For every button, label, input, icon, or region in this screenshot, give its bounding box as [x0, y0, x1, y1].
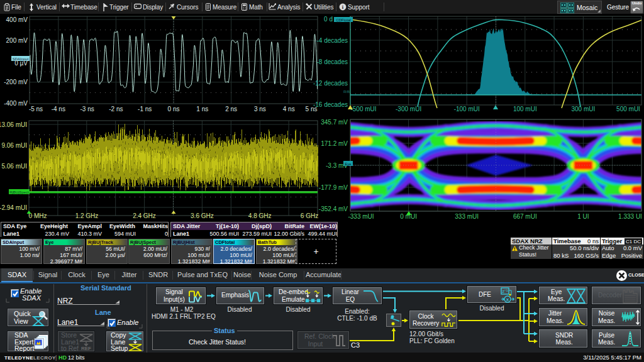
- svg-text:345.7 mV: 345.7 mV: [321, 119, 348, 126]
- svg-text:3 ns: 3 ns: [254, 106, 266, 112]
- svg-text:-352.4 mV: -352.4 mV: [319, 206, 348, 212]
- svg-text:-4 ns: -4 ns: [52, 106, 65, 112]
- svg-text:333 mUI: 333 mUI: [455, 213, 479, 220]
- svg-text:Eye: Eye: [345, 162, 352, 166]
- svg-text:-2 ns: -2 ns: [109, 106, 123, 112]
- svg-text:2.4 GHz: 2.4 GHz: [133, 212, 156, 219]
- svg-text:-8 decades: -8 decades: [317, 58, 348, 65]
- svg-text:CDFtotal: CDFtotal: [336, 18, 351, 22]
- svg-text:-500 mUI: -500 mUI: [350, 106, 376, 112]
- svg-text:1.333 UI: 1.333 UI: [618, 213, 642, 220]
- svg-text:R/B: R/B: [343, 90, 350, 94]
- svg-text:13.06 mUI: 13.06 mUI: [0, 121, 27, 128]
- svg-text:-200 mV: -200 mV: [4, 79, 28, 85]
- svg-text:0 MHz: 0 MHz: [29, 212, 47, 219]
- svg-text:-400 mV: -400 mV: [4, 100, 28, 107]
- svg-text:3.6 GHz: 3.6 GHz: [191, 212, 214, 219]
- svg-text:-4 decades: -4 decades: [317, 37, 348, 44]
- svg-text:2 ns: 2 ns: [225, 106, 237, 112]
- svg-text:4.8 GHz: 4.8 GHz: [248, 212, 272, 219]
- svg-text:667 mUI: 667 mUI: [513, 213, 537, 220]
- svg-text:-16 decades: -16 decades: [313, 101, 348, 108]
- svg-text:200 mV: 200 mV: [6, 37, 28, 44]
- svg-text:6 GHz: 6 GHz: [301, 212, 318, 219]
- svg-text:1 UI: 1 UI: [577, 213, 589, 220]
- svg-text:100 mUI: 100 mUI: [513, 106, 537, 112]
- svg-text:0 ns: 0 ns: [168, 106, 180, 112]
- svg-text:500 mUI: 500 mUI: [616, 106, 640, 112]
- svg-text:300 mUI: 300 mUI: [572, 106, 596, 112]
- svg-text:-2.94 mUI: -2.94 mUI: [0, 204, 27, 211]
- svg-text:-12 decades: -12 decades: [313, 80, 348, 87]
- svg-text:400 mV: 400 mV: [6, 16, 28, 23]
- svg-text:1.2 GHz: 1.2 GHz: [75, 212, 99, 219]
- svg-text:5.06 mUI: 5.06 mUI: [1, 163, 27, 170]
- svg-text:-333 mUI: -333 mUI: [348, 213, 374, 220]
- svg-text:RjBUjSpect: RjBUjSpect: [9, 190, 29, 194]
- svg-text:-177.9 mV: -177.9 mV: [319, 184, 348, 191]
- svg-text:4 ns: 4 ns: [283, 106, 295, 112]
- svg-text:1 ns: 1 ns: [196, 106, 208, 112]
- svg-text:0 µV: 0 µV: [14, 60, 28, 67]
- svg-text:-1 ns: -1 ns: [138, 106, 152, 112]
- svg-text:-300 mUI: -300 mUI: [396, 106, 421, 112]
- svg-text:-3 ns: -3 ns: [80, 106, 94, 112]
- svg-text:171.2 mV: 171.2 mV: [321, 140, 348, 147]
- svg-text:9.06 mUI: 9.06 mUI: [1, 142, 27, 149]
- svg-text:-100 mUI: -100 mUI: [454, 106, 480, 112]
- svg-text:-5 ns: -5 ns: [29, 106, 43, 112]
- svg-text:0 d: 0 d: [324, 16, 333, 23]
